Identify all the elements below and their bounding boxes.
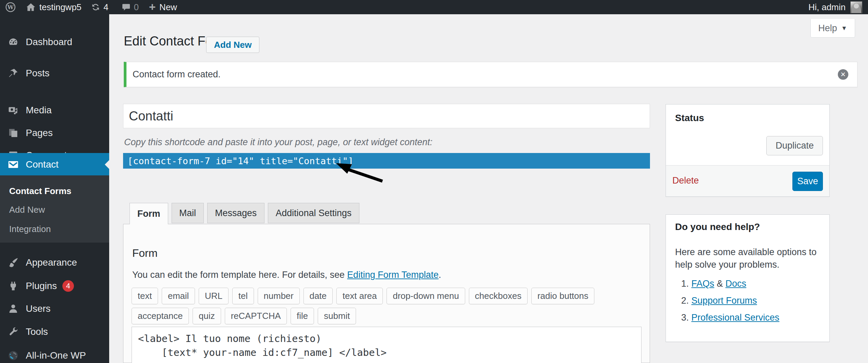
tag-button-acceptance[interactable]: acceptance: [132, 308, 189, 324]
tag-button-date[interactable]: date: [303, 288, 333, 304]
shortcode-hint: Copy this shortcode and paste it into yo…: [124, 137, 433, 148]
sidebar-item-all-in-one-wp[interactable]: All-in-One WP: [0, 344, 109, 363]
sidebar-item-users[interactable]: Users: [0, 297, 109, 320]
submenu-item-contact-forms[interactable]: Contact Forms: [9, 184, 71, 198]
dashboard-icon: [7, 36, 19, 48]
submenu-item-add-new[interactable]: Add New: [9, 203, 45, 216]
sidebar-item-media[interactable]: Media: [0, 99, 109, 121]
tag-button-quiz[interactable]: quiz: [193, 308, 221, 324]
wordpress-logo-icon: W: [5, 2, 16, 12]
tag-generator-row-2: acceptance quiz reCAPTCHA file submit: [132, 308, 356, 324]
avatar[interactable]: [850, 1, 862, 13]
admin-sidebar: Dashboard Posts Media Pages Comments Con…: [0, 14, 109, 363]
pages-icon: [7, 127, 19, 139]
home-icon: [26, 2, 36, 12]
account-greeting[interactable]: Hi, admin: [808, 2, 846, 13]
help-dropdown[interactable]: Help ▼: [810, 19, 855, 38]
contact-submenu: Contact Forms Add New Integration: [0, 175, 109, 243]
new-content-item[interactable]: + New: [149, 0, 177, 14]
sidebar-item-label: Media: [26, 105, 52, 116]
ampersand: &: [714, 279, 726, 289]
envelope-icon: [7, 159, 19, 170]
tools-icon: [7, 326, 19, 338]
wordpress-menu[interactable]: W: [5, 0, 16, 14]
comments-item[interactable]: 0: [121, 0, 139, 14]
new-label: New: [159, 2, 177, 13]
tag-generator-row-1: text email URL tel number date text area…: [132, 288, 594, 304]
shortcode-bar[interactable]: [contact-form-7 id="14" title="Contatti"…: [123, 153, 650, 169]
svg-text:W: W: [7, 4, 14, 11]
status-heading: Status: [666, 104, 829, 123]
sidebar-item-pages[interactable]: Pages: [0, 121, 109, 144]
add-new-button[interactable]: Add New: [206, 37, 259, 53]
editing-form-template-link[interactable]: Editing Form Template: [347, 270, 439, 280]
sidebar-item-label: Users: [26, 303, 51, 314]
sidebar-item-posts[interactable]: Posts: [0, 62, 109, 84]
faqs-link[interactable]: FAQs: [691, 279, 714, 289]
save-button[interactable]: Save: [792, 172, 823, 191]
comments-bubble-icon: [121, 2, 131, 12]
form-title-input[interactable]: [123, 104, 650, 128]
docs-link[interactable]: Docs: [726, 279, 747, 289]
tag-button-radio-buttons[interactable]: radio buttons: [531, 288, 594, 304]
template-line: [text* your-name id:cf7_name] </label>: [138, 346, 635, 360]
sidebar-item-dashboard[interactable]: Dashboard: [0, 31, 109, 53]
tag-button-text[interactable]: text: [132, 288, 158, 304]
update-count: 4: [103, 2, 108, 13]
plugins-icon: [7, 280, 19, 292]
tag-button-file[interactable]: file: [291, 308, 314, 324]
sidebar-item-contact[interactable]: Contact: [0, 153, 109, 176]
description-suffix: .: [438, 270, 441, 280]
help-box-intro: Here are some available options to help …: [675, 246, 821, 271]
help-box: Do you need help? Here are some availabl…: [666, 214, 830, 342]
tag-button-tel[interactable]: tel: [232, 288, 254, 304]
delete-link[interactable]: Delete: [672, 175, 699, 186]
panel-description: You can edit the form template here. For…: [132, 270, 441, 280]
site-link[interactable]: testingwp5: [26, 0, 81, 14]
sidebar-item-plugins[interactable]: Plugins 4: [0, 274, 109, 297]
form-template-editor[interactable]: <label> Il tuo nome (richiesto) [text* y…: [132, 327, 642, 363]
help-box-heading: Do you need help?: [666, 215, 829, 232]
tab-form[interactable]: Form: [130, 203, 168, 224]
tag-button-submit[interactable]: submit: [318, 308, 356, 324]
tag-button-number[interactable]: number: [258, 288, 300, 304]
tag-button-email[interactable]: email: [162, 288, 195, 304]
site-name: testingwp5: [39, 2, 81, 13]
users-icon: [7, 303, 19, 314]
dismiss-notice-button[interactable]: ✕: [838, 69, 848, 80]
sidebar-item-label: Posts: [26, 68, 50, 79]
tab-additional-settings[interactable]: Additional Settings: [268, 203, 359, 223]
tag-button-drop-down-menu[interactable]: drop-down menu: [387, 288, 465, 304]
sidebar-item-tools[interactable]: Tools: [0, 320, 109, 343]
admin-bar: W testingwp5 4 0 + New Hi, admin: [0, 0, 868, 14]
sidebar-item-label: Dashboard: [26, 37, 72, 47]
shortcode-text: [contact-form-7 id="14" title="Contatti"…: [127, 156, 353, 166]
duplicate-button[interactable]: Duplicate: [766, 136, 823, 155]
tag-button-checkboxes[interactable]: checkboxes: [469, 288, 528, 304]
sidebar-item-label: Contact: [26, 159, 59, 170]
sidebar-item-label: Pages: [26, 128, 53, 138]
list-item: Support Forums: [691, 295, 780, 306]
editor-tabs: Form Mail Messages Additional Settings: [130, 203, 359, 224]
tab-messages[interactable]: Messages: [207, 203, 264, 223]
status-footer: Delete Save: [666, 165, 829, 196]
media-icon: [7, 104, 19, 116]
tag-button-recaptcha[interactable]: reCAPTCHA: [225, 308, 287, 324]
tab-mail[interactable]: Mail: [172, 203, 204, 223]
sidebar-item-label: Plugins: [26, 281, 57, 291]
sidebar-item-appearance[interactable]: Appearance: [0, 251, 109, 274]
updates-item[interactable]: 4: [91, 0, 108, 14]
list-item: Professional Services: [691, 312, 780, 323]
pin-icon: [7, 68, 19, 79]
submenu-item-integration[interactable]: Integration: [9, 222, 51, 236]
professional-services-link[interactable]: Professional Services: [691, 312, 780, 323]
support-forums-link[interactable]: Support Forums: [691, 295, 757, 306]
template-line: <label> Il tuo nome (richiesto): [138, 332, 635, 346]
sidebar-item-label: Appearance: [26, 257, 77, 268]
tag-button-text-area[interactable]: text area: [336, 288, 383, 304]
help-links-list: FAQs & Docs Support Forums Professional …: [666, 279, 780, 329]
tag-button-url[interactable]: URL: [199, 288, 229, 304]
sidebar-item-label: All-in-One WP: [26, 350, 86, 361]
notice-text: Contact form created.: [133, 69, 221, 80]
close-icon: ✕: [841, 71, 846, 78]
